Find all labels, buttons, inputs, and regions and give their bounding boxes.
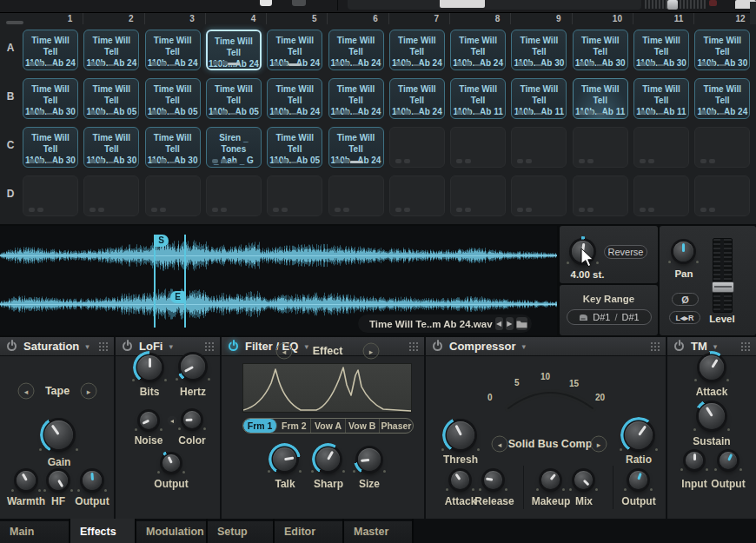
mix-knob[interactable] bbox=[574, 471, 593, 489]
pad-C2[interactable]: Time Will Tell110b...Ab 30 bbox=[83, 127, 139, 168]
hertz-knob[interactable] bbox=[181, 354, 205, 379]
toolbar-button-partial[interactable] bbox=[260, 0, 272, 6]
noise-knob[interactable] bbox=[140, 412, 157, 429]
pad-D2[interactable] bbox=[83, 175, 139, 216]
tab-partial[interactable] bbox=[750, 2, 756, 24]
level-fader-handle[interactable] bbox=[712, 281, 734, 293]
filter-tab-vow-a[interactable]: Vow A bbox=[311, 419, 345, 433]
pad-D5[interactable] bbox=[267, 175, 322, 216]
lofi-output-knob[interactable] bbox=[162, 454, 180, 472]
pad-C3[interactable]: Time Will Tell110b...Ab 30 bbox=[145, 127, 201, 168]
pad-A3[interactable]: Time Will Tell110b...Ab 24 bbox=[145, 30, 201, 70]
ratio-knob[interactable] bbox=[625, 421, 653, 449]
pad-B4[interactable]: Time Will Tell110b...Ab 05 bbox=[206, 78, 262, 119]
key-range-value[interactable]: D#1 / D#1 bbox=[567, 309, 652, 325]
talk-knob[interactable] bbox=[273, 447, 296, 471]
filter-tab-phaser[interactable]: Phaser bbox=[380, 419, 413, 433]
pad-A1[interactable]: Time Will Tell110b...Ab 24 bbox=[23, 30, 78, 70]
pad-D6[interactable] bbox=[328, 175, 384, 216]
pad-A10[interactable]: Time Will Tell110b...Ab 30 bbox=[573, 30, 628, 70]
tm-output-knob[interactable] bbox=[720, 452, 737, 469]
pad-B3[interactable]: Time Will Tell110b...Ab 05 bbox=[145, 78, 201, 119]
stereo-spread-button[interactable]: L◂▸R bbox=[669, 311, 700, 324]
folder-icon[interactable] bbox=[516, 317, 527, 330]
tab-master[interactable]: Master bbox=[344, 519, 414, 543]
toolbar-dropdown-partial[interactable] bbox=[348, 0, 641, 10]
tab-setup[interactable]: Setup bbox=[208, 519, 275, 543]
tab-modulation[interactable]: Modulation bbox=[136, 519, 208, 543]
pad-B5[interactable]: Time Will Tell110b...Ab 24 bbox=[267, 78, 322, 119]
drag-handle-icon[interactable] bbox=[408, 341, 418, 351]
thresh-knob[interactable] bbox=[447, 421, 474, 449]
pad-C4[interactable]: Siren _ Tones_ Aah _ G bbox=[206, 127, 262, 168]
pad-C7[interactable] bbox=[389, 127, 445, 168]
tab-main[interactable]: Main bbox=[0, 519, 70, 543]
start-marker-line[interactable] bbox=[154, 235, 156, 328]
lofi-header[interactable]: LoFi ▾ bbox=[116, 337, 220, 356]
drag-handle-icon[interactable] bbox=[650, 341, 660, 351]
comp-release-knob[interactable] bbox=[484, 471, 502, 489]
hf-knob[interactable] bbox=[49, 471, 68, 490]
pad-A12[interactable]: Time Will Tell110b...Ab 30 bbox=[694, 30, 750, 70]
end-marker-line[interactable] bbox=[184, 235, 186, 328]
tab-editor[interactable]: Editor bbox=[275, 519, 344, 543]
pad-A9[interactable]: Time Will Tell110b...Ab 30 bbox=[511, 30, 567, 70]
pad-C8[interactable] bbox=[450, 127, 506, 168]
power-icon[interactable] bbox=[673, 341, 685, 352]
pad-A8[interactable]: Time Will Tell110b...Ab 24 bbox=[450, 30, 506, 70]
next-mode-button[interactable]: ▸ bbox=[81, 383, 97, 400]
pad-A7[interactable]: Time Will Tell110b...Ab 24 bbox=[389, 30, 445, 70]
pad-B10[interactable]: Time Will Tell110b...Ab 11 bbox=[573, 78, 628, 119]
size-knob[interactable] bbox=[358, 448, 381, 471]
prev-sample-button[interactable]: ◀ bbox=[495, 317, 503, 330]
pad-C10[interactable] bbox=[573, 127, 628, 168]
pad-A4[interactable]: Time Will Tell110b...Ab 24 bbox=[206, 30, 262, 70]
prev-mode-button[interactable]: ◂ bbox=[276, 343, 293, 360]
tab-effects[interactable]: Effects bbox=[70, 519, 136, 543]
filter-tab-vow-b[interactable]: Vow B bbox=[346, 419, 380, 433]
pad-C9[interactable] bbox=[511, 127, 567, 168]
pan-knob[interactable] bbox=[673, 242, 693, 262]
master-level-handle[interactable] bbox=[667, 0, 678, 10]
pad-C5[interactable]: Time Will Tell110b...Ab 05 bbox=[267, 127, 322, 168]
color-knob[interactable] bbox=[183, 411, 201, 428]
next-mode-button[interactable]: ▸ bbox=[591, 436, 607, 453]
warmth-knob[interactable] bbox=[17, 471, 36, 490]
pad-B9[interactable]: Time Will Tell110b...Ab 11 bbox=[511, 78, 567, 119]
pad-D4[interactable] bbox=[206, 175, 262, 216]
level-fader[interactable] bbox=[713, 238, 733, 313]
pad-B11[interactable]: Time Will Tell110b...Ab 11 bbox=[633, 78, 689, 119]
power-icon[interactable] bbox=[122, 341, 133, 352]
drag-handle-icon[interactable] bbox=[204, 341, 214, 351]
toolbar-select-partial[interactable] bbox=[440, 0, 485, 8]
pad-B6[interactable]: Time Will Tell110b...Ab 24 bbox=[328, 78, 384, 119]
waveform-display[interactable]: S E Time Will Te..m Ab 24.wav ◀ ▶ bbox=[0, 226, 557, 335]
sharp-knob[interactable] bbox=[316, 447, 340, 471]
saturation-header[interactable]: Saturation ▾ bbox=[0, 337, 114, 356]
phase-invert-button[interactable]: Ø bbox=[672, 293, 699, 306]
pad-C1[interactable]: Time Will Tell110b...Ab 30 bbox=[23, 127, 78, 168]
pad-B2[interactable]: Time Will Tell110b...Ab 05 bbox=[83, 78, 139, 119]
pad-A5[interactable]: Time Will Tell110b...Ab 24 bbox=[267, 30, 322, 70]
comp-output-knob[interactable] bbox=[629, 471, 647, 489]
pad-B1[interactable]: Time Will Tell110b...Ab 30 bbox=[23, 78, 78, 119]
power-icon[interactable] bbox=[432, 341, 443, 352]
start-marker-flag[interactable]: S bbox=[154, 235, 169, 247]
drag-handle-icon[interactable] bbox=[740, 341, 750, 351]
pad-B8[interactable]: Time Will Tell110b...Ab 11 bbox=[450, 78, 506, 119]
pad-D1[interactable] bbox=[23, 175, 78, 216]
pad-C12[interactable] bbox=[694, 127, 750, 168]
drag-handle-icon[interactable] bbox=[98, 341, 108, 351]
pad-D12[interactable] bbox=[694, 175, 750, 216]
tm-input-knob[interactable] bbox=[686, 452, 703, 469]
pad-A11[interactable]: Time Will Tell110b...Ab 30 bbox=[633, 30, 689, 70]
pad-D9[interactable] bbox=[511, 175, 567, 216]
compressor-header[interactable]: Compressor ▾ bbox=[426, 337, 666, 356]
end-marker-flag[interactable]: E bbox=[170, 291, 185, 303]
pad-D7[interactable] bbox=[389, 175, 445, 216]
pad-A6[interactable]: Time Will Tell110b...Ab 24 bbox=[328, 30, 384, 70]
row-drag-handle[interactable] bbox=[6, 21, 23, 24]
prev-mode-button[interactable]: ◂ bbox=[492, 436, 508, 453]
prev-mode-button[interactable]: ◂ bbox=[18, 383, 35, 400]
reverse-button[interactable]: Reverse bbox=[604, 245, 647, 259]
